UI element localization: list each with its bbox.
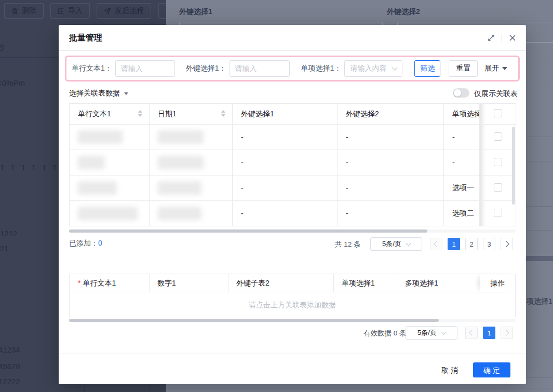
start-flow-button-label: 发起流程: [115, 6, 144, 16]
prev-page-button[interactable]: [430, 238, 442, 250]
trash-icon: [11, 8, 18, 15]
caret-down-icon: [502, 67, 507, 70]
prev-page-button[interactable]: [465, 327, 478, 339]
column-header-fk1: 外键选择1: [233, 104, 338, 125]
page-button-1[interactable]: 1: [448, 238, 460, 250]
table-row: - - 选项一: [70, 175, 516, 201]
cancel-button[interactable]: 取 消: [436, 362, 463, 377]
filter-field3-label: 单项选择1：: [301, 64, 342, 73]
batch-manage-modal: 批量管理 单行文本1： 外键选择1： 单项选择1： 请输入内容 筛选 重置 展开: [59, 25, 526, 384]
bg-field-label-1: 外键选择1: [179, 7, 212, 17]
cell-single: -: [444, 150, 480, 175]
column-header-label: 外键选择2: [346, 110, 379, 118]
bg-text-right-clipped: 项选择1: [527, 297, 552, 306]
reset-button[interactable]: 重置: [449, 60, 478, 77]
modal-footer: 取 消 确 定: [59, 354, 526, 384]
filter-field2-label: 外键选择1：: [186, 64, 226, 73]
redacted-cell: [158, 156, 204, 169]
cell-single: 选项二: [444, 201, 480, 226]
column-header-label: 数字1: [157, 274, 176, 292]
redacted-cell: [78, 181, 117, 195]
cell-single: 选项一: [444, 175, 480, 201]
table-row: - - -: [70, 150, 516, 175]
confirm-button[interactable]: 确 定: [473, 362, 510, 377]
source-table: 单行文本1 日期1 外键选择1 外键选择2 单项选择1 - - -: [69, 103, 516, 226]
page-button-1[interactable]: 1: [483, 327, 495, 339]
redacted-cell: [158, 181, 201, 195]
filter-field3-select[interactable]: 请输入内容: [344, 60, 402, 77]
column-header-label: 日期1: [158, 110, 177, 118]
caret-down-icon: [124, 92, 128, 95]
toggle-label: 仅展示关联表: [474, 89, 518, 99]
cell-fk2: -: [338, 201, 444, 226]
bg-text-1212: 1212: [0, 229, 17, 238]
column-header-label: 外键子表2: [236, 274, 269, 292]
column-header-actions: 操作: [480, 274, 516, 292]
table-row: - - 选项二: [70, 201, 516, 226]
page-size-select[interactable]: 5条/页: [406, 326, 457, 340]
column-header-label: 单行文本1: [83, 279, 116, 287]
bg-field-label-2: 外键选择2: [387, 7, 420, 17]
column-header-date1[interactable]: 日期1: [150, 104, 233, 125]
toggle-knob: [454, 89, 461, 97]
sort-icon[interactable]: [221, 110, 225, 117]
next-page-button[interactable]: [501, 238, 513, 250]
added-count-value: 0: [98, 239, 102, 247]
sort-icon[interactable]: [138, 110, 142, 117]
page-button-3[interactable]: 3: [483, 238, 495, 250]
cell-fk2: -: [338, 125, 444, 150]
column-header-select: [480, 104, 516, 125]
import-button-label: 导入: [68, 6, 83, 16]
cell-fk1: -: [233, 175, 338, 201]
expand-toggle[interactable]: 展开: [484, 64, 507, 73]
filter-bar: 单行文本1： 外键选择1： 单项选择1： 请输入内容 筛选 重置 展开: [65, 56, 520, 82]
fullscreen-expand-icon[interactable]: [488, 34, 495, 42]
bg-text-21: 21: [0, 244, 9, 253]
relation-dropdown-label: 选择关联表数据: [69, 89, 120, 98]
horizontal-scrollbar[interactable]: [69, 229, 427, 233]
row-checkbox[interactable]: [494, 158, 502, 166]
expand-label: 展开: [484, 64, 499, 73]
horizontal-scrollbar[interactable]: [69, 319, 439, 322]
bg-text-pm: <0%Pm: [0, 78, 25, 87]
page-button-2[interactable]: 2: [465, 238, 478, 250]
screen: 删除 导入 发起流程 容 <0%Pm 11111111111111 1212 2…: [0, 0, 553, 392]
page-size-value: 5条/页: [417, 328, 437, 337]
header-divider-line: [59, 50, 526, 51]
redacted-cell: [158, 207, 201, 220]
column-header-text1[interactable]: 单行文本1: [70, 104, 150, 125]
added-label: 已添加：: [69, 239, 98, 247]
column-header-label: 单项选择1: [452, 110, 480, 118]
relation-table-dropdown[interactable]: 选择关联表数据: [69, 89, 128, 98]
filter-field2-input[interactable]: [230, 60, 290, 77]
bg-text-12222: 12222: [0, 377, 20, 386]
chevron-down-icon: [441, 329, 446, 334]
row-checkbox[interactable]: [494, 132, 502, 141]
filter-field1-label: 单行文本1：: [72, 64, 112, 73]
redacted-cell: [78, 207, 138, 220]
row-checkbox[interactable]: [494, 183, 502, 192]
send-icon: [104, 7, 111, 15]
next-page-button[interactable]: [501, 327, 513, 339]
cell-fk2: -: [338, 175, 444, 201]
filter-button[interactable]: 筛选: [414, 60, 440, 77]
close-icon[interactable]: [509, 34, 516, 42]
cell-fk1: -: [233, 125, 338, 150]
total-count-label: 共 12 条: [335, 240, 361, 249]
row-checkbox[interactable]: [494, 209, 502, 217]
header-divider: [502, 34, 502, 42]
column-header-label: 外键选择1: [241, 110, 274, 118]
page-size-select[interactable]: 5条/页: [370, 237, 422, 251]
bg-text-clipped: 容: [0, 44, 5, 53]
required-mark: *: [78, 279, 80, 287]
cell-single: -: [444, 125, 480, 150]
column-header-label: 多项选择1: [405, 274, 438, 292]
delete-button-label: 删除: [22, 6, 36, 16]
filter-field1-input[interactable]: [115, 60, 175, 77]
column-header-single: 单项选择1: [444, 104, 480, 125]
page-size-value: 5条/页: [382, 239, 401, 249]
redacted-cell: [78, 130, 123, 144]
select-all-checkbox[interactable]: [494, 109, 502, 117]
only-relation-toggle[interactable]: [453, 88, 469, 98]
vertical-scrollbar[interactable]: [512, 127, 515, 205]
